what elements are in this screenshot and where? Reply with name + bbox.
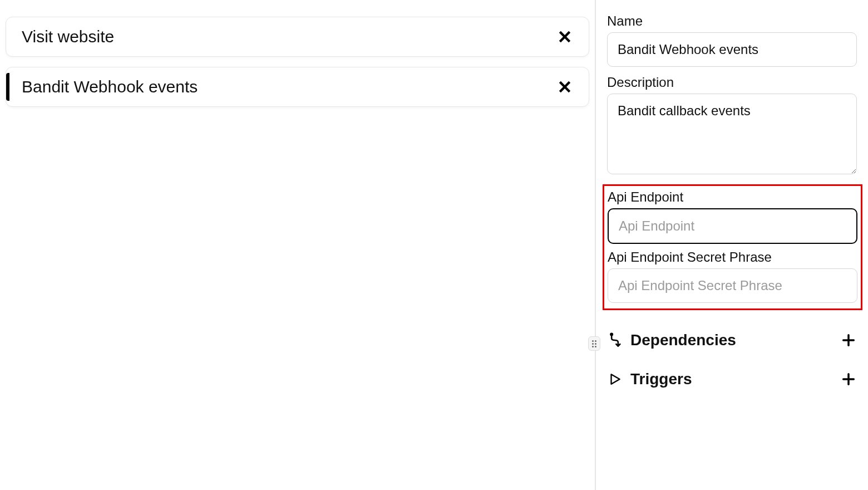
svg-marker-7 xyxy=(611,374,620,384)
dependencies-section-header: Dependencies xyxy=(607,331,857,349)
add-dependency-button[interactable] xyxy=(840,332,857,349)
panel-resize-handle[interactable] xyxy=(588,336,600,351)
name-input[interactable] xyxy=(607,32,857,67)
api-endpoint-highlight: Api Endpoint Api Endpoint Secret Phrase xyxy=(603,184,862,310)
dependencies-icon xyxy=(607,332,623,348)
api-secret-field-group: Api Endpoint Secret Phrase xyxy=(608,249,857,303)
close-icon[interactable] xyxy=(556,79,573,95)
items-list-panel: Visit website Bandit Webhook events xyxy=(0,0,596,490)
svg-point-4 xyxy=(610,334,613,336)
details-panel: Name Description Api Endpoint Api Endpoi… xyxy=(596,0,868,490)
description-textarea[interactable] xyxy=(607,94,857,174)
item-card[interactable]: Bandit Webhook events xyxy=(6,67,589,107)
api-secret-input[interactable] xyxy=(608,268,857,303)
triggers-title: Triggers xyxy=(630,370,692,388)
name-label: Name xyxy=(607,13,857,29)
close-icon[interactable] xyxy=(556,28,573,45)
description-label: Description xyxy=(607,75,857,90)
description-field-group: Description xyxy=(607,75,857,177)
api-endpoint-field-group: Api Endpoint xyxy=(608,189,857,244)
item-card[interactable]: Visit website xyxy=(6,17,589,57)
api-endpoint-input[interactable] xyxy=(608,208,857,244)
api-secret-label: Api Endpoint Secret Phrase xyxy=(608,249,857,265)
triggers-section-header: Triggers xyxy=(607,370,857,388)
item-card-title: Visit website xyxy=(22,27,114,46)
api-endpoint-label: Api Endpoint xyxy=(608,189,857,205)
item-card-title: Bandit Webhook events xyxy=(22,77,198,96)
add-trigger-button[interactable] xyxy=(840,371,857,388)
name-field-group: Name xyxy=(607,13,857,67)
triggers-icon xyxy=(607,371,623,387)
dependencies-title: Dependencies xyxy=(630,331,736,349)
grip-icon xyxy=(592,340,596,347)
